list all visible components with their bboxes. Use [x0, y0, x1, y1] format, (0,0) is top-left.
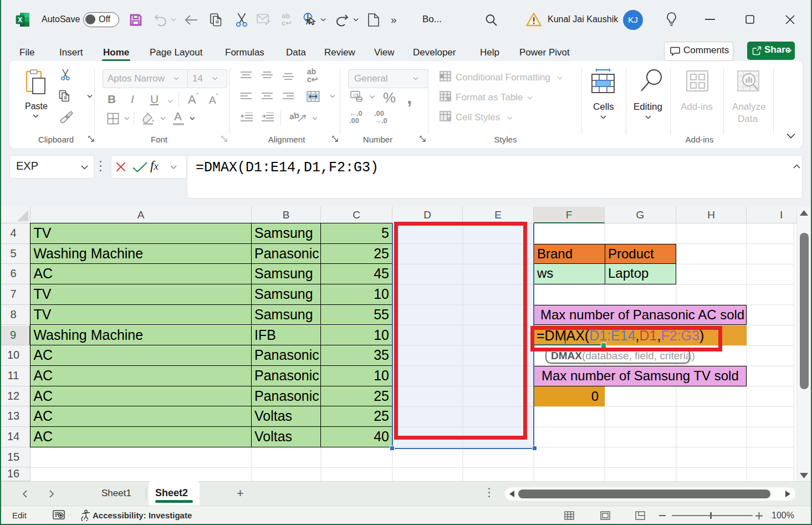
svg-text:X: X	[18, 16, 23, 24]
